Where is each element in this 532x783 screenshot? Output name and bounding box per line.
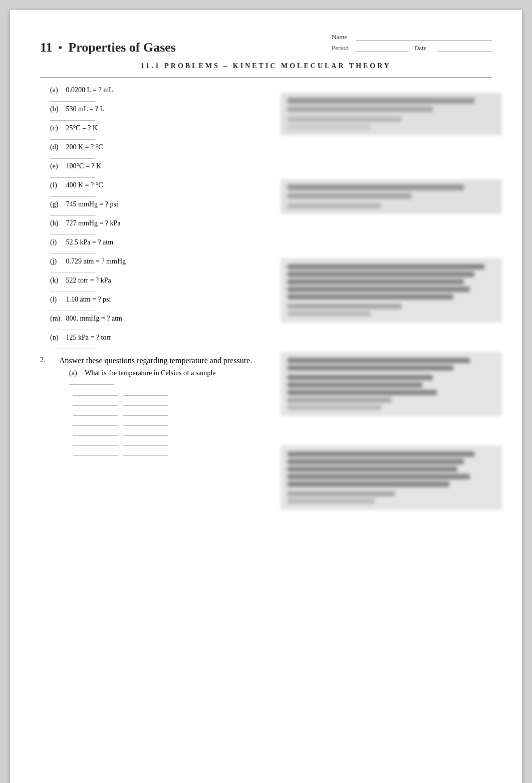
answer-1h (50, 228, 95, 235)
name-row: Name (332, 33, 492, 41)
name-field-line (356, 33, 492, 41)
answer-1a (50, 95, 95, 102)
q2-sub-answers (59, 389, 271, 456)
right-column (281, 83, 502, 515)
right-section-2 (281, 179, 502, 214)
text-1i: 52.5 kPa = ? atm (66, 238, 114, 246)
text-1b: 530 mL = ? L (66, 105, 105, 113)
label-1d: (d) (50, 143, 64, 151)
problem-1i: (i) 52.5 kPa = ? atm (50, 238, 271, 254)
problem-2-numbered: 2. Answer these questions regarding temp… (40, 356, 271, 459)
text-2a: What is the temperature in Celsius of a … (85, 369, 215, 377)
period-field-line (355, 44, 409, 52)
text-1l: 1.10 atm = ? psi (66, 296, 111, 303)
right-section-5 (281, 445, 502, 510)
q2-ans-row-3 (73, 409, 271, 416)
page-title: Properties of Gases (68, 40, 176, 55)
label-1m: (m) (50, 315, 64, 323)
answer-1m (50, 324, 95, 330)
problem-2-sub-items: (a) What is the temperature in Celsius o… (59, 369, 271, 385)
header-section: 11 • Properties of Gases Name Period Dat… (10, 10, 522, 55)
answer-1d (50, 152, 95, 159)
problem-2-set: 2. Answer these questions regarding temp… (40, 356, 271, 459)
problem-1l: (l) 1.10 atm = ? psi (50, 296, 271, 311)
text-1g: 745 mmHg = ? psi (66, 200, 118, 208)
q2-ans-box-2 (123, 389, 168, 396)
right-section-3 (281, 258, 502, 323)
q2-ans-row-1 (73, 389, 271, 396)
chapter-number: 11 (40, 40, 53, 55)
q2-ans-box-11 (73, 439, 118, 446)
problem-1c: (c) 25°C = ? K (50, 124, 271, 140)
problem-2-num: 2. (40, 356, 55, 459)
q2-ans-box-8 (123, 419, 168, 426)
text-1j: 0.729 atm = ? mmHg (66, 257, 126, 265)
problem-1h: (h) 727 mmHg = ? kPa (50, 219, 271, 235)
label-1j: (j) (50, 257, 64, 266)
label-1b: (b) (50, 105, 64, 113)
answer-1l (50, 305, 95, 311)
content-area: (a) 0.0200 L = ? mL (b) 530 mL = ? L (c)… (10, 78, 522, 525)
problem-1n: (n) 125 kPa = ? torr (50, 334, 271, 349)
date-field-line (437, 44, 492, 52)
problem-2-content: Answer these questions regarding tempera… (59, 356, 271, 459)
text-1n: 125 kPa = ? torr (66, 334, 111, 341)
q2-ans-box-9 (73, 429, 118, 436)
label-1e: (e) (50, 162, 64, 170)
right-section-1 (281, 93, 502, 135)
label-1f: (f) (50, 181, 64, 189)
chapter-title: 11 • Properties of Gases (40, 40, 332, 55)
section-header: 11.1 PROBLEMS – KINETIC MOLECULAR THEORY (40, 62, 492, 72)
answer-1n (50, 343, 95, 349)
left-column: (a) 0.0200 L = ? mL (b) 530 mL = ? L (c)… (40, 83, 271, 515)
name-label: Name (332, 33, 352, 41)
problem-1k: (k) 522 torr = ? kPa (50, 277, 271, 292)
q2-ans-row-7 (73, 449, 271, 456)
worksheet-page: 11 • Properties of Gases Name Period Dat… (10, 10, 522, 783)
text-1e: 100°C = ? K (66, 162, 102, 170)
period-label: Period (332, 44, 352, 52)
right-section-4 (281, 352, 502, 416)
q2-ans-row-6 (73, 439, 271, 446)
period-block: Period (332, 44, 409, 52)
text-1c: 25°C = ? K (66, 124, 98, 132)
label-1c: (c) (50, 124, 64, 132)
date-label: Date (414, 44, 434, 52)
title-block: 11 • Properties of Gases (40, 30, 332, 55)
q2-ans-box-10 (123, 429, 168, 436)
answer-1f (50, 190, 95, 197)
text-1a: 0.0200 L = ? mL (66, 86, 113, 94)
problem-1e: (e) 100°C = ? K (50, 162, 271, 178)
q2-ans-row-5 (73, 429, 271, 436)
problem-1a: (a) 0.0200 L = ? mL (50, 86, 271, 102)
problem-1m: (m) 800. mmHg = ? atm (50, 315, 271, 330)
text-1d: 200 K = ? °C (66, 143, 103, 151)
label-1a: (a) (50, 86, 64, 94)
q2-ans-box-4 (123, 399, 168, 406)
q2-ans-box-5 (73, 409, 118, 416)
problem-1b: (b) 530 mL = ? L (50, 105, 271, 121)
label-1h: (h) (50, 219, 64, 227)
q2-ans-box-13 (73, 449, 118, 456)
text-1h: 727 mmHg = ? kPa (66, 219, 121, 227)
period-date-row: Period Date (332, 44, 492, 52)
q2-ans-row-4 (73, 419, 271, 426)
answer-1c (50, 133, 95, 140)
text-1f: 400 K = ? °C (66, 181, 103, 189)
problem-1f: (f) 400 K = ? °C (50, 181, 271, 197)
text-1m: 800. mmHg = ? atm (66, 315, 123, 322)
problem-1-set: (a) 0.0200 L = ? mL (b) 530 mL = ? L (c)… (40, 86, 271, 349)
q2-ans-box-12 (123, 439, 168, 446)
date-block: Date (414, 44, 492, 52)
answer-1i (50, 247, 95, 254)
problem-1j: (j) 0.729 atm = ? mmHg (50, 257, 271, 273)
q2-ans-box-6 (123, 409, 168, 416)
problem-2a: (a) What is the temperature in Celsius o… (69, 369, 271, 385)
answer-1g (50, 209, 95, 216)
text-1k: 522 torr = ? kPa (66, 277, 111, 284)
problem-2-text: Answer these questions regarding tempera… (59, 356, 252, 365)
label-1k: (k) (50, 277, 64, 285)
problem-1d: (d) 200 K = ? °C (50, 143, 271, 159)
label-1i: (i) (50, 238, 64, 246)
answer-1e (50, 171, 95, 178)
